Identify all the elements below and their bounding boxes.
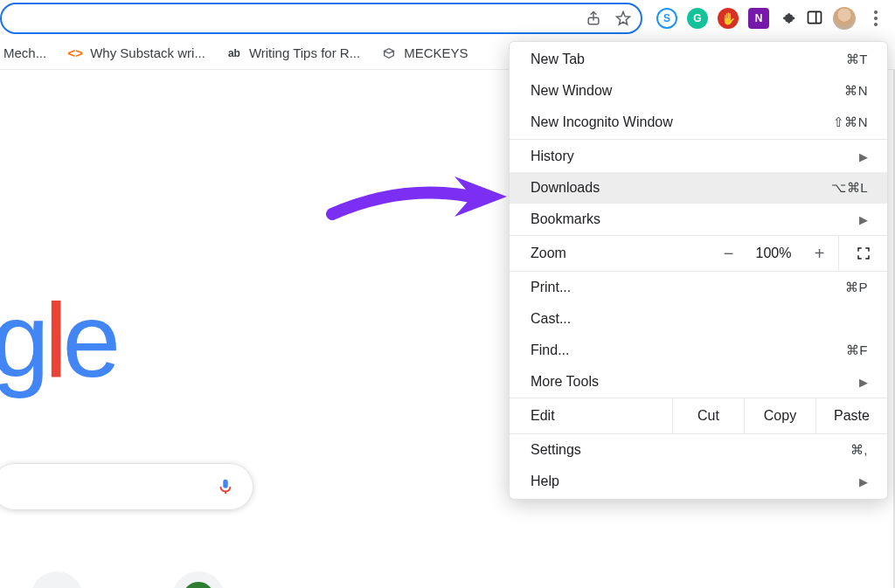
annotation-arrow [323,166,516,247]
shortcut-tiles: Twitter Z Zerodha [17,571,238,588]
edit-paste-button[interactable]: Paste [815,398,887,433]
ab-icon: ab [226,45,242,61]
shortcut-zerodha[interactable]: Z Zerodha [159,571,238,588]
bookmark-meckeys[interactable]: MECKEYS [381,45,468,61]
chevron-right-icon: ▶ [859,213,868,226]
menu-find[interactable]: Find... ⌘F [510,335,887,366]
side-panel-icon[interactable] [806,9,823,29]
box-icon [381,45,397,61]
menu-new-window[interactable]: New Window ⌘N [510,75,887,107]
menu-help[interactable]: Help ▶ [510,466,887,497]
menu-print[interactable]: Print... ⌘P [510,272,887,303]
menu-more-tools[interactable]: More Tools ▶ [510,366,887,398]
ext-ublock-icon[interactable]: ✋ [718,8,739,29]
chevron-right-icon: ▶ [859,376,868,389]
menu-edit: Edit Cut Copy Paste [510,398,887,434]
extension-icons: S G ✋ N [648,7,895,30]
bookmark-label: Why Substack wri... [90,45,205,60]
menu-new-tab[interactable]: New Tab ⌘T [510,44,887,75]
bookmark-label: MECKEYS [404,45,468,60]
zoom-in-button[interactable]: + [800,236,838,271]
zerodha-icon: Z [172,571,225,588]
google-logo: gle [0,280,115,400]
star-icon[interactable] [614,10,632,27]
chrome-menu: New Tab ⌘T New Window ⌘N New Incognito W… [509,41,888,500]
menu-zoom: Zoom − 100% + [510,235,887,272]
bookmark-label: Writing Tips for R... [249,45,360,60]
shortcut-twitter[interactable]: Twitter [17,571,96,588]
zoom-value: 100% [747,246,800,261]
menu-downloads[interactable]: Downloads ⌥⌘L [510,172,887,204]
toolbar: S G ✋ N [0,0,895,37]
ext-grammarly-icon[interactable]: G [687,8,708,29]
mic-icon[interactable] [216,477,235,496]
ext-onenote-icon[interactable]: N [748,8,769,29]
fullscreen-button[interactable] [838,236,887,271]
svg-rect-1 [808,11,822,23]
extensions-puzzle-icon[interactable] [779,9,796,29]
google-search-input[interactable] [0,463,253,510]
profile-avatar[interactable] [833,7,856,30]
twitter-icon [31,571,83,588]
menu-kebab-icon[interactable] [865,10,886,26]
edit-copy-button[interactable]: Copy [744,398,815,433]
zoom-out-button[interactable]: − [709,236,747,271]
bookmark-mech[interactable]: Mech... [3,45,46,60]
menu-incognito[interactable]: New Incognito Window ⇧⌘N [510,107,887,138]
omnibox[interactable] [0,3,642,34]
menu-bookmarks[interactable]: Bookmarks ▶ [510,204,887,235]
edit-cut-button[interactable]: Cut [672,398,744,433]
share-icon[interactable] [585,10,602,27]
bookmark-writing-tips[interactable]: ab Writing Tips for R... [226,45,360,61]
chevron-right-icon: ▶ [859,150,868,163]
bookmark-substack[interactable]: <> Why Substack wri... [67,45,205,61]
menu-separator [510,139,887,140]
menu-cast[interactable]: Cast... [510,303,887,335]
bookmark-label: Mech... [3,45,46,60]
code-icon: <> [67,45,83,61]
ext-stylus-icon[interactable]: S [656,8,677,29]
menu-settings[interactable]: Settings ⌘, [510,434,887,466]
menu-history[interactable]: History ▶ [510,141,887,172]
chevron-right-icon: ▶ [859,475,868,488]
